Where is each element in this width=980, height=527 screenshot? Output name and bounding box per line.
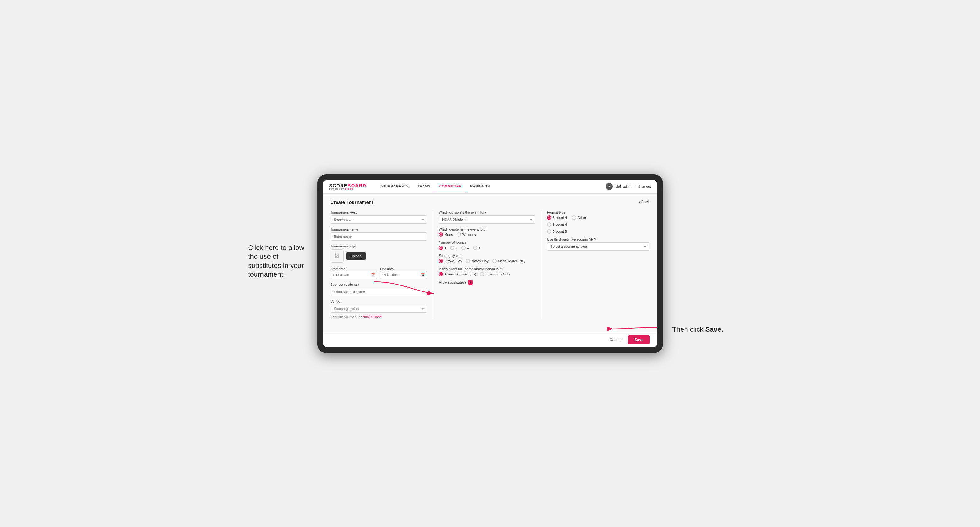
- venue-email-link[interactable]: email support: [363, 315, 382, 319]
- format-5count4-label: 5 count 4: [553, 216, 567, 219]
- scoring-radio-group: Stroke Play Match Play Medal Match Play: [439, 259, 535, 263]
- page-title: Create Tournament: [331, 199, 373, 205]
- rounds-3-label: 3: [467, 246, 469, 250]
- tournament-name-group: Tournament name: [331, 227, 427, 241]
- image-icon: 🖼: [335, 253, 340, 259]
- division-label: Which division is the event for?: [439, 210, 535, 214]
- nav-user: B blair admin | Sign out: [606, 183, 651, 190]
- format-5count4[interactable]: 5 count 4: [547, 216, 567, 220]
- back-label: Back: [641, 200, 650, 204]
- tournament-host-input[interactable]: [331, 216, 427, 224]
- teams-radio-group: Teams (+Individuals) Individuals Only: [439, 272, 535, 276]
- format-label: Format type: [547, 210, 650, 214]
- form-column-1: Tournament Host Tournament name Tourname…: [331, 210, 433, 319]
- nav-links: TOURNAMENTS TEAMS COMMITTEE RANKINGS: [376, 180, 606, 194]
- nav-committee[interactable]: COMMITTEE: [435, 180, 466, 194]
- rounds-2[interactable]: 2: [450, 246, 458, 250]
- rounds-2-radio[interactable]: [450, 246, 454, 250]
- scoring-stroke-radio[interactable]: [439, 259, 443, 263]
- division-select[interactable]: NCAA Division I: [439, 216, 535, 224]
- back-link[interactable]: ‹ Back: [639, 200, 650, 204]
- substitutes-label: Allow substitutes?: [439, 281, 466, 284]
- username: blair admin: [615, 185, 632, 189]
- upload-button[interactable]: Upload: [346, 252, 366, 260]
- teams-group: Is this event for Teams and/or Individua…: [439, 267, 535, 276]
- api-label: Use third-party live scoring API?: [547, 237, 650, 241]
- tournament-name-input[interactable]: [331, 232, 427, 241]
- cancel-button[interactable]: Cancel: [606, 336, 625, 344]
- scoring-medal[interactable]: Medal Match Play: [492, 259, 525, 263]
- rounds-3-radio[interactable]: [461, 246, 466, 250]
- venue-note-text: Can't find your venue?: [331, 315, 362, 319]
- form-grid: Tournament Host Tournament name Tourname…: [331, 210, 650, 319]
- format-6count5-label: 6 count 5: [553, 230, 567, 233]
- format-group: Format type 5 count 4 Other: [547, 210, 650, 234]
- page-content: Create Tournament ‹ Back Tournament Host: [323, 194, 657, 332]
- end-date-label: End date: [380, 267, 394, 271]
- rounds-group: Number of rounds 1 2: [439, 241, 535, 250]
- substitutes-checkbox[interactable]: ✓: [468, 280, 473, 284]
- logo-preview: 🖼: [331, 249, 344, 263]
- signout-link[interactable]: Sign out: [638, 185, 651, 189]
- nav-rankings[interactable]: RANKINGS: [466, 180, 494, 194]
- gender-radio-group: Mens Womens: [439, 232, 535, 237]
- nav-tournaments[interactable]: TOURNAMENTS: [376, 180, 413, 194]
- format-6count4-radio[interactable]: [547, 222, 551, 227]
- rounds-4-radio[interactable]: [473, 246, 477, 250]
- format-6count5-radio[interactable]: [547, 229, 551, 234]
- scoring-match-radio[interactable]: [466, 259, 470, 263]
- annotation-right: Then click Save.: [672, 325, 726, 334]
- division-group: Which division is the event for? NCAA Di…: [439, 210, 535, 224]
- rounds-1-label: 1: [444, 246, 446, 250]
- scoring-stroke[interactable]: Stroke Play: [439, 259, 462, 263]
- gender-mens-label: Mens: [444, 233, 453, 237]
- format-5count4-radio[interactable]: [547, 216, 551, 220]
- teams-both-label: Teams (+Individuals): [444, 272, 476, 276]
- tournament-host-label: Tournament Host: [331, 210, 427, 214]
- form-column-3: Format type 5 count 4 Other: [547, 210, 650, 319]
- page-footer: Cancel Save: [323, 332, 657, 348]
- format-other-radio[interactable]: [572, 216, 576, 220]
- teams-individuals[interactable]: Individuals Only: [480, 272, 510, 276]
- arrow-right: [610, 319, 660, 336]
- venue-note: Can't find your venue? email support: [331, 315, 427, 319]
- teams-both-radio[interactable]: [439, 272, 443, 276]
- format-other[interactable]: Other: [572, 216, 586, 220]
- start-date-label: Start date: [331, 267, 345, 271]
- substitutes-item[interactable]: Allow substitutes? ✓: [439, 280, 535, 284]
- rounds-3[interactable]: 3: [461, 246, 469, 250]
- rounds-1-radio[interactable]: [439, 246, 443, 250]
- scoring-match[interactable]: Match Play: [466, 259, 488, 263]
- gender-mens[interactable]: Mens: [439, 232, 453, 237]
- rounds-4[interactable]: 4: [473, 246, 480, 250]
- rounds-radio-group: 1 2 3: [439, 246, 535, 250]
- format-row-1: 5 count 4 Other: [547, 216, 650, 220]
- teams-individuals-radio[interactable]: [480, 272, 484, 276]
- gender-mens-radio[interactable]: [439, 232, 443, 237]
- save-button[interactable]: Save: [628, 335, 649, 344]
- rounds-1[interactable]: 1: [439, 246, 446, 250]
- tournament-host-group: Tournament Host: [331, 210, 427, 224]
- venue-input[interactable]: [331, 305, 427, 313]
- format-other-label: Other: [578, 216, 586, 219]
- gender-womens[interactable]: Womens: [457, 232, 476, 237]
- tournament-name-label: Tournament name: [331, 227, 427, 231]
- teams-individuals-label: Individuals Only: [485, 272, 510, 276]
- format-row-3: 6 count 5: [547, 229, 650, 234]
- scoring-label: Scoring system: [439, 254, 535, 257]
- form-column-2: Which division is the event for? NCAA Di…: [439, 210, 541, 319]
- gender-label: Which gender is the event for?: [439, 227, 535, 231]
- teams-both[interactable]: Teams (+Individuals): [439, 272, 476, 276]
- scoring-group: Scoring system Stroke Play Match Play: [439, 254, 535, 263]
- scoring-medal-radio[interactable]: [492, 259, 497, 263]
- nav-teams[interactable]: TEAMS: [413, 180, 435, 194]
- page-header: Create Tournament ‹ Back: [331, 199, 650, 205]
- gender-womens-radio[interactable]: [457, 232, 461, 237]
- format-row-2: 6 count 4: [547, 222, 650, 227]
- format-6count4[interactable]: 6 count 4: [547, 222, 567, 227]
- arrow-left: [317, 275, 437, 302]
- api-select[interactable]: Select a scoring service: [547, 243, 650, 251]
- brand-name: SCOREBOARD: [329, 183, 366, 188]
- format-6count5[interactable]: 6 count 5: [547, 229, 567, 234]
- back-chevron: ‹: [639, 200, 640, 204]
